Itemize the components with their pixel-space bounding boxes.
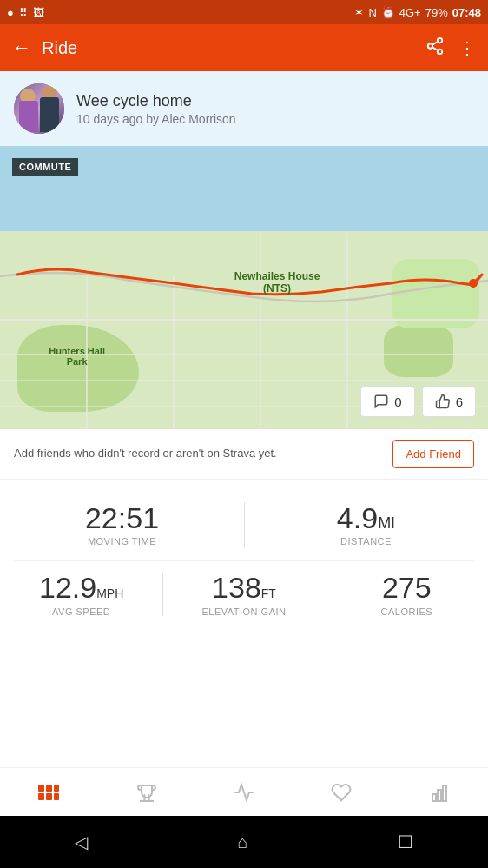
distance-label: DISTANCE — [251, 536, 481, 547]
table-icon — [38, 785, 59, 800]
bluetooth-icon: ✶ — [354, 6, 364, 19]
activity-icon — [234, 782, 254, 803]
nav-item-table[interactable] — [0, 768, 97, 816]
toolbar: ← Ride ⋮ — [0, 24, 488, 71]
calories-label: CALORIES — [333, 606, 481, 617]
status-left-icons: ● ⠿ 🖼 — [7, 6, 44, 19]
trophy-icon — [136, 782, 157, 803]
comment-count: 0 — [394, 394, 401, 409]
ride-title: Wee cycle home — [76, 92, 474, 110]
back-system-button[interactable]: ◁ — [75, 832, 88, 852]
ride-header: Wee cycle home 10 days ago by Alec Morri… — [0, 71, 488, 146]
more-options-icon[interactable]: ⋮ — [458, 37, 476, 58]
svg-line-4 — [432, 41, 438, 44]
stats-section: 22:51 MOVING TIME 4.9MI DISTANCE 12.9MPH… — [0, 480, 488, 636]
heart-icon — [331, 782, 352, 803]
whatsapp-icon: ● — [7, 6, 14, 19]
nav-item-heart[interactable] — [293, 768, 390, 816]
system-nav: ◁ ⌂ ☐ — [0, 816, 488, 868]
calories-value: 275 — [333, 572, 481, 604]
home-system-button[interactable]: ⌂ — [237, 832, 247, 852]
avg-speed-stat: 12.9MPH AVG SPEED — [0, 567, 162, 621]
status-right-icons: ✶ N ⏰ 4G+ 79% 07:48 — [354, 6, 481, 19]
map-label-newhailes: Newhailes House(NTS) — [234, 270, 320, 295]
kudos-button[interactable]: 6 — [422, 386, 476, 417]
nav-item-chart[interactable] — [391, 768, 488, 816]
nav-item-activity[interactable] — [195, 768, 293, 816]
elevation-value: 138FT — [169, 572, 318, 604]
ride-meta: 10 days ago by Alec Morrison — [76, 112, 474, 126]
status-time: 07:48 — [452, 6, 481, 19]
map-label-hunters: Hunters HallPark — [49, 346, 105, 367]
map-actions: 0 6 — [360, 386, 476, 417]
back-button[interactable]: ← — [12, 36, 31, 59]
stats-row-1: 22:51 MOVING TIME 4.9MI DISTANCE — [0, 492, 488, 560]
svg-rect-15 — [438, 790, 441, 801]
commute-badge: COMMUTE — [12, 158, 78, 176]
signal-icon: 4G+ — [399, 6, 421, 19]
recent-system-button[interactable]: ☐ — [398, 832, 413, 852]
add-friend-text: Add friends who didn't record or aren't … — [14, 446, 384, 461]
avg-speed-label: AVG SPEED — [7, 606, 155, 617]
battery-icon: 79% — [425, 6, 448, 19]
svg-point-13 — [469, 279, 478, 288]
moving-time-value: 22:51 — [7, 502, 237, 534]
add-friend-button[interactable]: Add Friend — [392, 440, 474, 468]
bottom-nav — [0, 767, 488, 816]
map-container[interactable]: Newhailes House(NTS) Hunters HallPark CO… — [0, 146, 488, 429]
elevation-stat: 138FT ELEVATION GAIN — [162, 567, 325, 621]
moving-time-stat: 22:51 MOVING TIME — [0, 497, 244, 552]
svg-rect-16 — [443, 785, 446, 801]
grid-app-icon: ⠿ — [19, 6, 28, 19]
comment-button[interactable]: 0 — [360, 386, 414, 417]
add-friend-banner: Add friends who didn't record or aren't … — [0, 429, 488, 480]
avatar — [14, 83, 64, 134]
svg-line-3 — [432, 47, 438, 50]
kudos-count: 6 — [456, 394, 463, 409]
distance-value: 4.9MI — [251, 502, 481, 534]
stats-row-2: 12.9MPH AVG SPEED 138FT ELEVATION GAIN 2… — [0, 561, 488, 630]
distance-stat: 4.9MI DISTANCE — [244, 497, 488, 552]
svg-rect-14 — [432, 794, 436, 801]
bar-chart-icon — [429, 782, 450, 803]
nfc-icon: N — [368, 6, 376, 19]
page-title: Ride — [42, 38, 415, 58]
moving-time-label: MOVING TIME — [7, 536, 237, 547]
ride-info: Wee cycle home 10 days ago by Alec Morri… — [76, 92, 474, 126]
nav-item-trophy[interactable] — [97, 768, 195, 816]
avg-speed-value: 12.9MPH — [7, 572, 155, 604]
status-bar: ● ⠿ 🖼 ✶ N ⏰ 4G+ 79% 07:48 — [0, 0, 488, 24]
alarm-icon: ⏰ — [381, 6, 395, 19]
share-icon[interactable] — [425, 36, 445, 60]
photo-icon: 🖼 — [33, 6, 44, 19]
toolbar-actions: ⋮ — [425, 36, 476, 60]
calories-stat: 275 CALORIES — [326, 567, 488, 621]
elevation-label: ELEVATION GAIN — [169, 606, 318, 617]
